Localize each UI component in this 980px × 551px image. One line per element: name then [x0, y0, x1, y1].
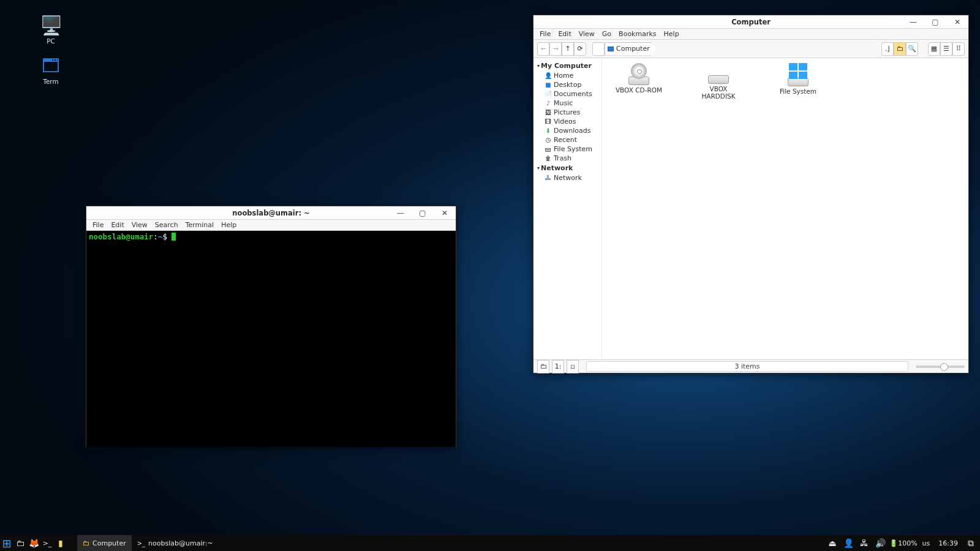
filemanager-titlebar[interactable]: Computer — ▢ ✕ — [533, 15, 968, 29]
taskbar-task-terminal[interactable]: >_ noobslab@umair:~ — [132, 535, 219, 551]
minimize-button[interactable]: — — [390, 206, 412, 220]
tray-usb-icon[interactable]: ⏏ — [826, 536, 839, 550]
tray-show-desktop[interactable]: ⧉ — [964, 536, 978, 550]
sidebar-item-music[interactable]: ♪Music — [537, 99, 601, 108]
term-icon: 🗔 — [32, 55, 69, 77]
close-button[interactable]: ✕ — [946, 15, 968, 29]
sidebar-item-label: File System — [554, 145, 592, 153]
terminal-menubar: File Edit View Search Terminal Help — [86, 220, 456, 231]
nav-back-button[interactable]: ← — [537, 42, 549, 56]
drive-label: VBOX CD-ROM — [614, 86, 663, 94]
search-button[interactable]: 🔍 — [906, 42, 918, 56]
drive-item-file-system[interactable]: File System — [774, 62, 823, 95]
desktop-icon-term[interactable]: 🗔 Term — [32, 55, 69, 85]
drive-icon — [788, 78, 809, 86]
home-button[interactable]: 🗀 — [894, 42, 906, 56]
drive-item-vbox-harddisk[interactable]: VBOX HARDDISK — [694, 62, 743, 100]
sidebar-item-recent[interactable]: ◷Recent — [537, 135, 601, 144]
sidebar-item-label: Downloads — [554, 127, 590, 135]
status-mode-3[interactable]: ▫ — [567, 360, 579, 373]
filemanager-toolbar: ← → ↑ ⟳ Computer .⌋ 🗀 🔍 ▦ ☰ ⠿ — [533, 40, 968, 58]
breadcrumb[interactable]: Computer — [605, 42, 657, 56]
menu-go[interactable]: Go — [598, 29, 615, 39]
nav-forward-button[interactable]: → — [549, 42, 562, 56]
menu-view[interactable]: View — [575, 29, 598, 39]
sidebar-item-label: Network — [554, 174, 582, 182]
tray-keyboard[interactable]: us — [920, 539, 933, 547]
terminal-titlebar[interactable]: noobslab@umair: ~ — ▢ ✕ — [86, 206, 456, 220]
sidebar-item-label: Home — [554, 72, 573, 80]
sidebar-item-label: Documents — [554, 90, 592, 98]
tray-user-icon[interactable]: 👤 — [842, 536, 855, 550]
sidebar-item-label: Recent — [554, 136, 577, 144]
zoom-slider[interactable] — [916, 365, 965, 368]
sidebar-item-documents[interactable]: 📄Documents — [537, 89, 601, 99]
menu-help[interactable]: Help — [660, 29, 683, 39]
close-button[interactable]: ✕ — [434, 206, 456, 220]
sidebar-item-desktop[interactable]: ■Desktop — [537, 80, 601, 89]
tray-clock[interactable]: 16:39 — [935, 539, 962, 547]
taskbar-notes-icon[interactable]: ▮ — [54, 536, 67, 550]
menu-file[interactable]: File — [536, 29, 554, 39]
menu-edit[interactable]: Edit — [107, 220, 127, 230]
taskbar-task-computer[interactable]: 🗀 Computer — [77, 535, 132, 551]
tray-battery-icon[interactable]: 🔋100% — [889, 539, 917, 547]
drive-item-vbox-cd-rom[interactable]: VBOX CD-ROM — [614, 62, 663, 94]
sidebar-head-network[interactable]: Network — [537, 163, 601, 173]
menu-view[interactable]: View — [128, 220, 151, 230]
view-list-button[interactable]: ☰ — [940, 42, 952, 56]
taskbar-firefox-icon[interactable]: 🦊 — [27, 536, 40, 550]
path-root-button[interactable] — [592, 42, 605, 56]
sidebar-item-label: Music — [554, 99, 573, 107]
sidebar-item-trash[interactable]: 🗑Trash — [537, 154, 601, 163]
filemanager-sidebar: My Computer 👤Home■Desktop📄Documents♪Musi… — [533, 58, 602, 359]
filemanager-menubar: File Edit View Go Bookmarks Help — [533, 29, 968, 40]
menu-edit[interactable]: Edit — [554, 29, 575, 39]
terminal-body[interactable]: noobslab@umair:~$ — [86, 231, 456, 447]
sidebar-item-pictures[interactable]: 🖼Pictures — [537, 108, 601, 117]
windows-logo-icon — [789, 63, 807, 79]
nav-reload-button[interactable]: ⟳ — [574, 42, 586, 56]
sidebar-item-file-system[interactable]: 🖴File System — [537, 144, 601, 154]
start-button[interactable]: ⊞ — [0, 536, 13, 550]
sidebar-item-videos[interactable]: 🎞Videos — [537, 117, 601, 126]
maximize-button[interactable]: ▢ — [924, 15, 946, 29]
tray-network-icon[interactable]: 🖧 — [858, 536, 871, 550]
task-label: noobslab@umair:~ — [148, 539, 213, 547]
tray-volume-icon[interactable]: 🔊 — [873, 536, 887, 550]
filemanager-window[interactable]: Computer — ▢ ✕ File Edit View Go Bookmar… — [533, 15, 969, 373]
sidebar-item-label: Desktop — [554, 81, 581, 89]
task-label: Computer — [92, 539, 126, 547]
maximize-button[interactable]: ▢ — [412, 206, 434, 220]
sidebar-head-computer[interactable]: My Computer — [537, 61, 601, 71]
desktop-icon-label: PC — [32, 37, 69, 45]
sidebar-item-downloads[interactable]: ⬇Downloads — [537, 126, 601, 135]
terminal-title: noobslab@umair: ~ — [232, 209, 309, 217]
sidebar-item-network[interactable]: 🖧Network — [537, 173, 601, 182]
drive-label: File System — [774, 88, 823, 95]
status-mode-1[interactable]: 🗀 — [537, 360, 549, 373]
taskbar-filemanager-icon[interactable]: 🗀 — [13, 536, 27, 550]
desktop-icon-label: Term — [32, 78, 69, 85]
status-mode-2[interactable]: 1: — [552, 360, 564, 373]
prompt-user: noobslab@umair — [89, 232, 153, 241]
desktop-icon-pc[interactable]: 🖥️ PC — [32, 15, 69, 45]
view-compact-button[interactable]: ⠿ — [952, 42, 965, 56]
terminal-icon: >_ — [137, 540, 145, 547]
folder-icon: 🗀 — [83, 539, 89, 547]
view-icons-button[interactable]: ▦ — [928, 42, 940, 56]
nav-up-button[interactable]: ↑ — [562, 42, 574, 56]
menu-file[interactable]: File — [89, 220, 107, 230]
optical-disc-icon — [631, 63, 647, 79]
menu-bookmarks[interactable]: Bookmarks — [615, 29, 660, 39]
sidebar-item-home[interactable]: 👤Home — [537, 71, 601, 80]
terminal-window[interactable]: noobslab@umair: ~ — ▢ ✕ File Edit View S… — [86, 206, 456, 447]
taskbar-terminal-icon[interactable]: >_ — [40, 536, 54, 550]
location-button[interactable]: .⌋ — [881, 42, 894, 56]
menu-terminal[interactable]: Terminal — [182, 220, 218, 230]
menu-search[interactable]: Search — [151, 220, 182, 230]
minimize-button[interactable]: — — [902, 15, 924, 29]
terminal-cursor — [172, 233, 176, 241]
filemanager-iconview[interactable]: VBOX CD-ROMVBOX HARDDISKFile System — [602, 58, 968, 359]
menu-help[interactable]: Help — [217, 220, 240, 230]
